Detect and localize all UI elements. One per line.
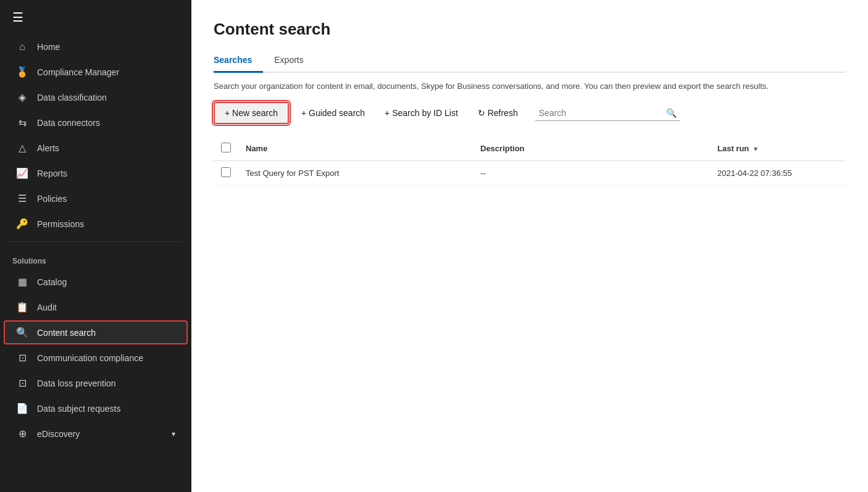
sort-icon: ▾ (754, 145, 757, 152)
sidebar-item-label: Permissions (37, 219, 84, 229)
ediscovery-icon: ⊕ (16, 428, 28, 440)
select-all-checkbox[interactable] (221, 143, 231, 152)
reports-icon: 📈 (16, 167, 28, 179)
sidebar-item-label: Alerts (37, 143, 59, 153)
row-checkbox[interactable] (221, 167, 231, 177)
sidebar-item-label: Data connectors (37, 118, 100, 128)
catalog-icon: ▦ (16, 276, 28, 288)
solutions-section-label: Solutions (0, 247, 191, 269)
sidebar-item-permissions[interactable]: 🔑 Permissions (4, 212, 188, 236)
row-description: -- (473, 161, 710, 186)
sidebar-item-data-classification[interactable]: ◈ Data classification (4, 85, 188, 109)
policies-icon: ☰ (16, 193, 28, 204)
data-connectors-icon: ⇆ (16, 117, 28, 128)
data-loss-prevention-icon: ⊡ (16, 377, 28, 389)
refresh-button[interactable]: ↻ Refresh (470, 103, 525, 123)
table-row[interactable]: Test Query for PST Export -- 2021-04-22 … (214, 161, 846, 186)
sidebar-item-audit[interactable]: 📋 Audit (4, 295, 188, 319)
data-classification-icon: ◈ (16, 91, 28, 103)
sidebar-item-compliance-manager[interactable]: 🏅 Compliance Manager (4, 60, 188, 84)
permissions-icon: 🔑 (16, 218, 28, 230)
row-name: Test Query for PST Export (238, 161, 473, 186)
tabs: Searches Exports (214, 50, 846, 73)
sidebar-item-label: Compliance Manager (37, 67, 119, 77)
last-run-column-header[interactable]: Last run ▾ (710, 136, 846, 161)
sidebar-item-label: eDiscovery (37, 429, 80, 439)
home-icon: ⌂ (16, 41, 28, 52)
sidebar-item-label: Data loss prevention (37, 378, 116, 388)
communication-compliance-icon: ⊡ (16, 352, 28, 364)
results-table: Name Description Last run ▾ Test Query f… (214, 136, 846, 186)
sidebar-item-communication-compliance[interactable]: ⊡ Communication compliance (4, 346, 188, 370)
sidebar-item-catalog[interactable]: ▦ Catalog (4, 270, 188, 294)
search-input[interactable] (539, 108, 662, 118)
sidebar-item-label: Data subject requests (37, 404, 120, 414)
row-last-run: 2021-04-22 07:36:55 (710, 161, 846, 186)
content-search-icon: 🔍 (16, 327, 28, 338)
description-column-header: Description (473, 136, 710, 161)
ediscovery-chevron-icon: ▾ (172, 430, 175, 438)
sidebar-item-policies[interactable]: ☰ Policies (4, 186, 188, 211)
sidebar-item-label: Home (37, 42, 60, 52)
sidebar-item-data-connectors[interactable]: ⇆ Data connectors (4, 110, 188, 135)
select-all-column (214, 136, 238, 161)
alerts-icon: △ (16, 142, 28, 154)
page-title: Content search (214, 20, 846, 39)
sidebar-item-label: Policies (37, 194, 67, 204)
sidebar-item-data-loss-prevention[interactable]: ⊡ Data loss prevention (4, 371, 188, 395)
search-by-id-button[interactable]: + Search by ID List (377, 103, 465, 123)
sidebar-item-label: Content search (37, 328, 96, 338)
hamburger-icon[interactable]: ☰ (0, 0, 191, 35)
name-column-header[interactable]: Name (238, 136, 473, 161)
toolbar: + New search + Guided search + Search by… (214, 102, 846, 124)
compliance-manager-icon: 🏅 (16, 66, 28, 78)
sidebar-item-data-subject-requests[interactable]: 📄 Data subject requests (4, 396, 188, 420)
search-box: 🔍 (535, 106, 680, 121)
main-content: Content search Searches Exports Search y… (191, 0, 868, 492)
sidebar-item-content-search[interactable]: 🔍 Content search (4, 320, 188, 344)
new-search-button[interactable]: + New search (214, 102, 289, 124)
tab-exports[interactable]: Exports (274, 50, 314, 73)
sidebar-item-reports[interactable]: 📈 Reports (4, 161, 188, 185)
sidebar-item-label: Reports (37, 169, 67, 178)
sidebar: ☰ ⌂ Home 🏅 Compliance Manager ◈ Data cla… (0, 0, 191, 492)
guided-search-button[interactable]: + Guided search (294, 103, 372, 123)
search-icon: 🔍 (666, 108, 677, 118)
row-checkbox-cell (214, 161, 238, 186)
sidebar-item-home[interactable]: ⌂ Home (4, 35, 188, 59)
sidebar-item-label: Data classification (37, 93, 107, 102)
page-description: Search your organization for content in … (214, 81, 769, 91)
sidebar-item-label: Audit (37, 302, 57, 312)
sidebar-item-label: Communication compliance (37, 353, 143, 363)
audit-icon: 📋 (16, 301, 28, 313)
data-subject-requests-icon: 📄 (16, 402, 28, 414)
sidebar-item-alerts[interactable]: △ Alerts (4, 136, 188, 160)
tab-searches[interactable]: Searches (214, 50, 263, 73)
sidebar-item-ediscovery[interactable]: ⊕ eDiscovery ▾ (4, 422, 188, 446)
sidebar-item-label: Catalog (37, 277, 67, 287)
